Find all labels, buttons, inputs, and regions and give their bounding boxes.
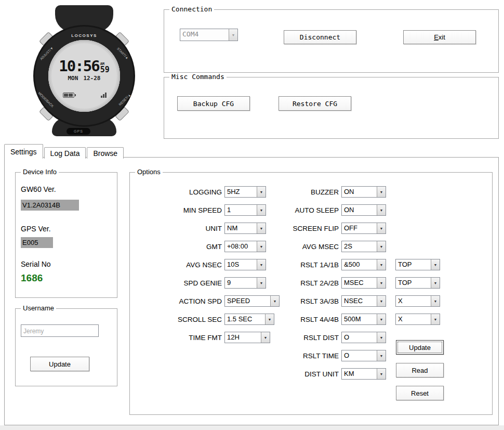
rslt-2b-select[interactable]: TOP▼ — [395, 277, 440, 289]
scroll-sec-label: SCROLL SEC — [135, 316, 222, 323]
unit-select[interactable]: NM▼ — [224, 223, 266, 234]
chevron-down-icon[interactable]: ▼ — [377, 314, 386, 324]
chevron-down-icon[interactable]: ▼ — [431, 278, 440, 288]
device-info-group: Device Info GW60 Ver. V1.2A0314B GPS Ver… — [15, 172, 117, 298]
restore-cfg-button[interactable]: Restore CFG — [278, 96, 351, 111]
chevron-down-icon[interactable]: ▼ — [377, 369, 386, 379]
options-group-title: Options — [135, 168, 163, 176]
time-fmt-label: TIME FMT — [135, 334, 222, 342]
chevron-down-icon[interactable]: ▼ — [377, 296, 386, 306]
chevron-down-icon[interactable]: ▼ — [377, 223, 386, 233]
avg-msec-label: AVG MSEC — [278, 243, 339, 251]
disconnect-button[interactable]: Disconnect — [284, 30, 356, 44]
com-port-value: COM4 — [180, 29, 229, 41]
action-spd-select[interactable]: SPEED▼ — [224, 295, 280, 307]
dist-unit-select[interactable]: KM▼ — [341, 368, 386, 380]
username-input[interactable]: Jeremy — [21, 324, 99, 337]
avg-msec-select[interactable]: 2S▼ — [341, 241, 386, 252]
chevron-down-icon[interactable]: ▼ — [431, 296, 440, 306]
rslt-1a1b-label: RSLT 1A/1B — [278, 261, 339, 269]
com-port-select[interactable]: COM4 ▼ — [180, 29, 238, 41]
watch-image: GPS LOCOSYS ADJUST/▼ START/▲ MODE/BACK R… — [6, 5, 151, 138]
chevron-down-icon[interactable]: ▼ — [257, 259, 266, 270]
chevron-down-icon[interactable]: ▼ — [377, 332, 386, 343]
tab-bar: Settings Log Data Browse — [4, 144, 124, 159]
chevron-down-icon[interactable]: ▼ — [377, 241, 386, 252]
chevron-down-icon[interactable]: ▼ — [431, 259, 440, 270]
rslt-dist-select[interactable]: O▼ — [341, 332, 386, 343]
serial-no-label: Serial No — [21, 260, 51, 268]
battery-icon — [63, 93, 74, 98]
option-row-rslt-4: RSLT 4A/4B500M▼X▼ — [278, 311, 440, 327]
rslt-3b-select[interactable]: X▼ — [395, 295, 440, 307]
tab-log-data[interactable]: Log Data — [44, 147, 86, 159]
backup-cfg-button[interactable]: Backup CFG — [177, 96, 250, 111]
connection-group-title: Connection — [169, 5, 214, 14]
rslt-time-select[interactable]: O▼ — [341, 350, 386, 361]
chevron-down-icon[interactable]: ▼ — [377, 278, 386, 288]
chevron-down-icon[interactable]: ▼ — [257, 241, 266, 252]
logging-select[interactable]: 5HZ▼ — [224, 186, 266, 198]
spd-genie-select[interactable]: 9▼ — [224, 277, 266, 289]
chevron-down-icon[interactable]: ▼ — [229, 29, 237, 41]
option-row-time-fmt: TIME FMT12H▼ — [135, 330, 280, 345]
unit-label: UNIT — [135, 225, 222, 232]
options-update-button[interactable]: Update — [396, 340, 444, 355]
chevron-down-icon[interactable]: ▼ — [257, 223, 266, 233]
chevron-down-icon[interactable]: ▼ — [377, 205, 386, 215]
watch-day: MON — [68, 75, 78, 82]
gmt-select[interactable]: +08:00▼ — [224, 241, 266, 252]
rslt-1a-select[interactable]: &500▼ — [341, 259, 386, 270]
tab-browse[interactable]: Browse — [87, 147, 124, 159]
spd-genie-label: SPD GENIE — [135, 279, 222, 287]
time-fmt-select[interactable]: 12H▼ — [224, 332, 270, 343]
options-read-button[interactable]: Read — [396, 363, 444, 377]
exit-label-rest: xit — [439, 33, 445, 41]
option-row-logging: LOGGING5HZ▼ — [135, 184, 280, 200]
gps-version-value: E005 — [21, 237, 53, 248]
gps-version-label: GPS Ver. — [21, 225, 51, 233]
options-left-column: LOGGING5HZ▼ MIN SPEED1▼ UNITNM▼ GMT+08:0… — [135, 184, 280, 348]
auto-sleep-select[interactable]: ON▼ — [341, 204, 386, 216]
option-row-min-speed: MIN SPEED1▼ — [135, 202, 280, 218]
rslt-time-label: RSLT TIME — [278, 352, 339, 360]
rslt-4b-select[interactable]: X▼ — [395, 314, 440, 325]
watch-bezel-label-mode: MODE/BACK — [37, 91, 55, 108]
rslt-3a-select[interactable]: NSEC▼ — [341, 295, 386, 307]
screen-flip-select[interactable]: OFF▼ — [341, 223, 386, 234]
chevron-down-icon[interactable]: ▼ — [257, 205, 266, 215]
min-speed-select[interactable]: 1▼ — [224, 204, 266, 216]
option-row-avg-nsec: AVG NSEC10S▼ — [135, 257, 280, 272]
chevron-down-icon[interactable]: ▼ — [261, 332, 270, 343]
connection-group: Connection COM4 ▼ Disconnect Exit — [164, 9, 499, 73]
rslt-dist-label: RSLT DIST — [278, 334, 339, 342]
buzzer-select[interactable]: ON▼ — [341, 186, 386, 198]
gps-signal-icon — [101, 93, 107, 98]
tab-settings[interactable]: Settings — [4, 144, 43, 159]
option-row-rslt-3: RSLT 3A/3BNSEC▼X▼ — [278, 293, 440, 309]
rslt-1b-select[interactable]: TOP▼ — [395, 259, 440, 270]
rslt-4a4b-label: RSLT 4A/4B — [278, 316, 339, 323]
rslt-2a-select[interactable]: MSEC▼ — [341, 277, 386, 289]
watch-time: 10:56 AM 59 — [48, 59, 120, 73]
gmt-label: GMT — [135, 243, 222, 251]
avg-nsec-select[interactable]: 10S▼ — [224, 259, 266, 270]
chevron-down-icon[interactable]: ▼ — [265, 314, 274, 324]
chevron-down-icon[interactable]: ▼ — [377, 350, 386, 361]
chevron-down-icon[interactable]: ▼ — [377, 187, 386, 197]
watch-seconds: 59 — [100, 66, 110, 73]
watch-bezel-label-reset: RESET/▲ — [118, 93, 131, 106]
watch-time-hhmm: 10:56 — [59, 59, 99, 73]
rslt-4a-select[interactable]: 500M▼ — [341, 314, 386, 325]
exit-button[interactable]: Exit — [403, 30, 476, 44]
action-spd-label: ACTION SPD — [135, 297, 222, 305]
username-update-button[interactable]: Update — [30, 357, 89, 371]
chevron-down-icon[interactable]: ▼ — [257, 187, 266, 197]
chevron-down-icon[interactable]: ▼ — [431, 314, 440, 324]
chevron-down-icon[interactable]: ▼ — [257, 278, 266, 288]
scroll-sec-select[interactable]: 1.5 SEC▼ — [224, 314, 274, 325]
chevron-down-icon[interactable]: ▼ — [377, 259, 386, 270]
username-group: Username Jeremy Update — [15, 308, 117, 386]
options-group: Options LOGGING5HZ▼ MIN SPEED1▼ UNITNM▼ … — [129, 172, 493, 415]
options-reset-button[interactable]: Reset — [396, 386, 444, 400]
